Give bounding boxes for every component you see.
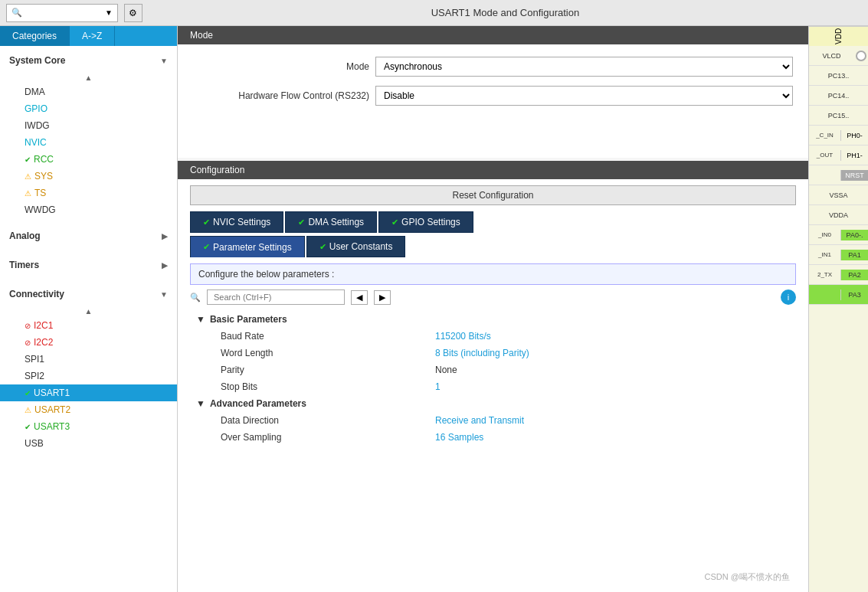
mode-row: Mode Asynchronous	[193, 57, 793, 77]
next-param-button[interactable]: ▶	[374, 290, 391, 305]
param-table: ▼ Basic Parameters Baud Rate 115200 Bits…	[190, 311, 796, 568]
param-data-direction: Data Direction Receive and Transmit	[190, 412, 796, 429]
info-button[interactable]: i	[781, 289, 796, 305]
configuration-section: Configuration Reset Configuration ✔ NVIC…	[178, 161, 808, 592]
tab-parameter[interactable]: ✔ Parameter Settings	[190, 236, 305, 257]
sidebar-item-usb[interactable]: USB	[0, 435, 177, 452]
collapse-up-arrow-conn[interactable]: ▲	[0, 306, 177, 317]
check-icon-rcc: ✔	[25, 155, 31, 164]
sidebar-item-usart2[interactable]: ⚠ USART2	[0, 401, 177, 418]
settings-button[interactable]: ⚙	[124, 4, 142, 22]
mode-section: Mode Mode Asynchronous Hardware Flow Con…	[178, 26, 808, 158]
config-header: Configuration	[178, 161, 808, 179]
mode-body: Mode Asynchronous Hardware Flow Control …	[178, 44, 808, 158]
reset-config-button[interactable]: Reset Configuration	[190, 185, 796, 205]
sidebar-item-i2c2[interactable]: ⊘ I2C2	[0, 334, 177, 351]
collapse-advanced-icon: ▼	[196, 398, 205, 409]
chevron-down-icon-conn: ▼	[160, 290, 168, 299]
sidebar-item-iwdg[interactable]: IWDG	[0, 117, 177, 134]
sidebar-item-spi1[interactable]: SPI1	[0, 351, 177, 368]
warn-icon-usart2: ⚠	[25, 406, 31, 414]
warn-icon-ts: ⚠	[25, 189, 31, 198]
section-system-core: System Core ▼ ▲ DMA GPIO IWDG NVIC ✔ RCC…	[0, 46, 177, 221]
pin-vdd: VDD	[809, 26, 868, 46]
hw-flow-select[interactable]: Disable	[375, 86, 793, 106]
top-bar: 🔍 ▼ ⚙ USART1 Mode and Configuration	[0, 0, 868, 26]
check-icon-dma-tab: ✔	[298, 218, 305, 227]
group-basic[interactable]: ▼ Basic Parameters	[190, 311, 796, 328]
sidebar-item-nvic[interactable]: NVIC	[0, 134, 177, 151]
pin-pc14[interactable]: PC14..	[809, 86, 868, 106]
content-area: Mode Mode Asynchronous Hardware Flow Con…	[178, 26, 808, 592]
sidebar-item-dma[interactable]: DMA	[0, 83, 177, 100]
sidebar-item-usart1[interactable]: ✔ USART1	[0, 384, 177, 401]
main-area: Categories A->Z System Core ▼ ▲ DMA GPIO…	[0, 26, 868, 592]
pin-nrst[interactable]: NRST	[809, 165, 868, 185]
pin-pa0[interactable]: _IN0 PA0-.	[809, 225, 868, 245]
section-connectivity: Connectivity ▼ ▲ ⊘ I2C1 ⊘ I2C2 SPI1 SPI2…	[0, 280, 177, 455]
tab-row-2: ✔ Parameter Settings ✔ User Constants	[190, 236, 796, 257]
sidebar-item-sys[interactable]: ⚠ SYS	[0, 168, 177, 185]
check-icon-user-tab: ✔	[319, 242, 326, 252]
sidebar-item-gpio[interactable]: GPIO	[0, 100, 177, 117]
tab-nvic[interactable]: ✔ NVIC Settings	[190, 211, 283, 233]
check-icon-nvic-tab: ✔	[203, 218, 210, 227]
pin-pa1[interactable]: _IN1 PA1	[809, 245, 868, 265]
mode-header: Mode	[178, 26, 808, 44]
tab-gpio[interactable]: ✔ GPIO Settings	[378, 211, 473, 233]
param-baud-rate: Baud Rate 115200 Bits/s	[190, 328, 796, 345]
section-timers: Timers ▶	[0, 250, 177, 280]
section-header-analog[interactable]: Analog ▶	[0, 224, 177, 247]
pin-vlcd[interactable]: VLCD	[809, 46, 868, 66]
chip-panel: VDD VLCD PC13.. PC14.. PC15.. _C_IN PH0-…	[808, 26, 868, 592]
tab-user[interactable]: ✔ User Constants	[306, 236, 406, 257]
search-input[interactable]	[25, 8, 102, 18]
hw-flow-label: Hardware Flow Control (RS232)	[193, 90, 369, 101]
watermark: CSDN @喝不惯水的鱼	[190, 568, 796, 586]
sidebar-item-usart3[interactable]: ✔ USART3	[0, 418, 177, 435]
gear-icon: ⚙	[129, 8, 137, 18]
tab-categories[interactable]: Categories	[0, 26, 70, 46]
prev-param-button[interactable]: ◀	[351, 290, 368, 305]
pin-pa3[interactable]: PA3 USART2_RX	[809, 285, 868, 305]
section-header-timers[interactable]: Timers ▶	[0, 253, 177, 276]
section-analog: Analog ▶	[0, 221, 177, 250]
search-box[interactable]: 🔍 ▼	[6, 4, 118, 22]
sidebar-item-spi2[interactable]: SPI2	[0, 368, 177, 384]
config-body: Reset Configuration ✔ NVIC Settings ✔ DM…	[178, 179, 808, 592]
chevron-right-icon-timers: ▶	[162, 261, 168, 270]
param-description: Configure the below parameters :	[190, 263, 796, 285]
group-advanced[interactable]: ▼ Advanced Parameters	[190, 395, 796, 412]
sidebar-item-ts[interactable]: ⚠ TS	[0, 185, 177, 201]
tab-row-1: ✔ NVIC Settings ✔ DMA Settings ✔ GPIO Se…	[190, 211, 796, 233]
param-search-row: 🔍 ◀ ▶ i	[190, 289, 796, 305]
pin-pc13[interactable]: PC13..	[809, 66, 868, 86]
section-header-system-core[interactable]: System Core ▼	[0, 49, 177, 72]
hw-flow-row: Hardware Flow Control (RS232) Disable	[193, 86, 793, 106]
pin-ph0[interactable]: _C_IN PH0-	[809, 126, 868, 146]
mode-select[interactable]: Asynchronous	[375, 57, 793, 77]
sidebar-item-rcc[interactable]: ✔ RCC	[0, 151, 177, 168]
warn-icon-sys: ⚠	[25, 172, 31, 181]
chevron-down-icon: ▼	[160, 57, 168, 65]
chevron-right-icon-analog: ▶	[162, 232, 168, 240]
tab-az[interactable]: A->Z	[70, 26, 115, 46]
error-icon-i2c2: ⊘	[25, 339, 31, 347]
pin-pa2[interactable]: 2_TX PA2	[809, 265, 868, 285]
param-search-input[interactable]	[207, 289, 345, 305]
pin-vdda[interactable]: VDDA	[809, 205, 868, 225]
sidebar-item-i2c1[interactable]: ⊘ I2C1	[0, 317, 177, 334]
sidebar-item-wwdg[interactable]: WWDG	[0, 201, 177, 218]
tab-dma[interactable]: ✔ DMA Settings	[285, 211, 377, 233]
check-icon-usart1: ✔	[25, 389, 31, 397]
param-stop-bits: Stop Bits 1	[190, 378, 796, 395]
section-header-connectivity[interactable]: Connectivity ▼	[0, 283, 177, 306]
pin-vssa[interactable]: VSSA	[809, 185, 868, 205]
param-parity: Parity None	[190, 361, 796, 378]
pin-pc15[interactable]: PC15..	[809, 106, 868, 126]
collapse-up-arrow[interactable]: ▲	[0, 72, 177, 83]
pin-ph1[interactable]: _OUT PH1-	[809, 146, 868, 165]
collapse-basic-icon: ▼	[196, 314, 205, 325]
check-icon-usart3: ✔	[25, 423, 31, 431]
error-icon-i2c1: ⊘	[25, 322, 31, 330]
